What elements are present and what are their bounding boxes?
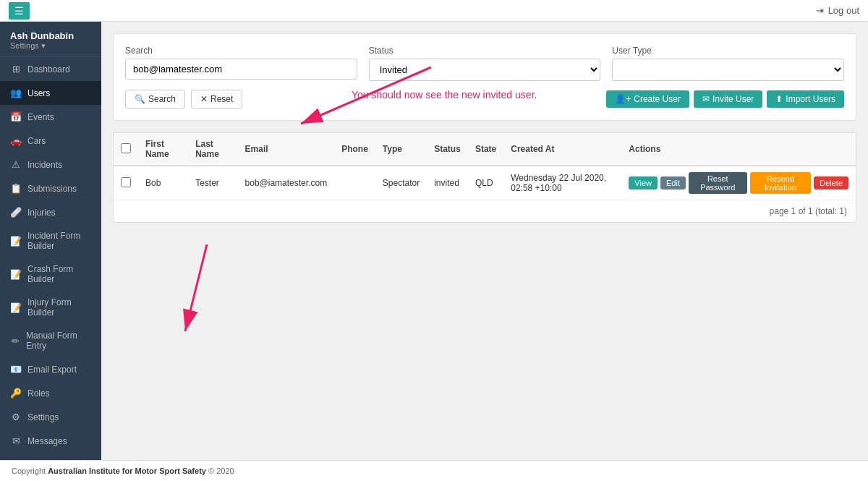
manual-form-entry-icon: ✏: [10, 336, 20, 346]
table-row: BobTesterbob@iamatester.comSpectatorinvi…: [114, 166, 856, 200]
sidebar-label-dashboard: Dashboard: [27, 64, 70, 75]
email-export-icon: 📧: [10, 364, 22, 375]
cell-0: [114, 166, 138, 200]
sidebar-item-settings[interactable]: ⚙Settings: [0, 405, 101, 429]
import-users-button[interactable]: ⬆ Import Users: [767, 90, 844, 108]
cell-5: Spectator: [375, 166, 427, 200]
logout-label[interactable]: Log out: [828, 5, 859, 16]
table-panel: First NameLast NameEmailPhoneTypeStatusS…: [113, 132, 856, 223]
search-btn-icon: 🔍: [135, 94, 145, 104]
import-users-label: Import Users: [786, 94, 835, 104]
sidebar-label-messages: Messages: [27, 436, 67, 446]
sidebar-item-crash-form-builder[interactable]: 📝Crash Form Builder: [0, 257, 101, 291]
messages-icon: ✉: [10, 435, 22, 446]
sidebar-item-dashboard[interactable]: ⊞Dashboard: [0, 57, 101, 81]
sidebar-item-manual-form-entry[interactable]: ✏Manual Form Entry: [0, 324, 101, 357]
col-state: State: [468, 133, 503, 166]
roles-icon: 🔑: [10, 388, 22, 399]
hamburger-button[interactable]: ☰: [9, 2, 30, 20]
sidebar-label-injuries: Injuries: [27, 208, 56, 218]
col-created-at: Created At: [503, 133, 621, 166]
footer: Copyright Australian Institute for Motor…: [0, 460, 868, 481]
search-button[interactable]: 🔍 Search: [125, 90, 185, 108]
cell-2: Tester: [188, 166, 237, 200]
import-users-icon: ⬆: [775, 94, 783, 104]
col-last-name: Last Name: [188, 133, 237, 166]
cell-3: bob@iamatester.com: [238, 166, 335, 200]
sidebar-item-incidents[interactable]: ⚠Incidents: [0, 153, 101, 176]
user-type-select[interactable]: [612, 59, 844, 81]
table-body: BobTesterbob@iamatester.comSpectatorinvi…: [114, 166, 856, 200]
col-phone: Phone: [334, 133, 375, 166]
select-all-checkbox[interactable]: [121, 143, 131, 153]
view-button[interactable]: View: [629, 176, 658, 190]
sidebar-label-email-export: Email Export: [27, 365, 77, 375]
cell-4: [334, 166, 375, 200]
col-actions: Actions: [621, 133, 856, 166]
delete-button[interactable]: Delete: [814, 176, 848, 190]
search-field: Search: [125, 46, 357, 81]
user-type-field: User Type: [612, 46, 844, 81]
sidebar-label-users: Users: [27, 88, 50, 98]
users-icon: 👥: [10, 88, 22, 98]
sidebar-item-messages[interactable]: ✉Messages: [0, 429, 101, 453]
action-row: 🔍 Search ✕ Reset 👤+ Create User: [125, 90, 844, 108]
dashboard-icon: ⊞: [10, 64, 22, 75]
cell-6: invited: [427, 166, 468, 200]
action-left: 🔍 Search ✕ Reset: [125, 90, 242, 108]
sidebar-label-injury-form-builder: Injury Form Builder: [27, 297, 91, 318]
cell-8: Wednesday 22 Jul 2020, 02:58 +10:00: [503, 166, 621, 200]
create-user-label: Create User: [634, 94, 681, 104]
injuries-icon: 🩹: [10, 207, 22, 218]
reset-password-button[interactable]: Reset Password: [689, 172, 747, 194]
sidebar-settings-link[interactable]: Settings ▾: [10, 41, 91, 51]
sidebar-item-incident-form-builder[interactable]: 📝Incident Form Builder: [0, 224, 101, 257]
resend-invitation-button[interactable]: Resend Invitation: [750, 172, 812, 194]
sidebar-item-roles[interactable]: 🔑Roles: [0, 381, 101, 405]
sidebar-item-events[interactable]: 📅Events: [0, 105, 101, 129]
pagination: page 1 of 1 (total: 1): [114, 200, 856, 222]
events-icon: 📅: [10, 111, 22, 122]
sidebar-item-cars[interactable]: 🚗Cars: [0, 129, 101, 153]
search-btn-label: Search: [148, 94, 176, 104]
status-field: Status InvitedActiveInactive: [369, 46, 601, 81]
bottom-annotation-arrow: [113, 237, 330, 353]
logout-area[interactable]: ⇥ Log out: [816, 5, 859, 16]
table-header: First NameLast NameEmailPhoneTypeStatusS…: [114, 133, 856, 166]
col-status: Status: [427, 133, 468, 166]
search-row: Search Status InvitedActiveInactive User…: [125, 46, 844, 81]
sidebar-item-email-export[interactable]: 📧Email Export: [0, 357, 101, 381]
sidebar-label-settings: Settings: [27, 412, 59, 422]
edit-button[interactable]: Edit: [660, 176, 686, 190]
sidebar-item-users[interactable]: 👥Users: [0, 81, 101, 105]
invite-user-icon: ✉: [702, 94, 710, 104]
users-table: First NameLast NameEmailPhoneTypeStatusS…: [114, 133, 856, 200]
sidebar-item-submissions[interactable]: 📋Submissions: [0, 176, 101, 200]
submissions-icon: 📋: [10, 183, 22, 194]
sidebar-username: Ash Dunbabin: [10, 30, 91, 41]
search-input[interactable]: [125, 59, 357, 80]
sidebar-item-injury-form-builder[interactable]: 📝Injury Form Builder: [0, 291, 101, 324]
sidebar-label-submissions: Submissions: [27, 184, 77, 194]
reset-btn-label: Reset: [210, 94, 233, 104]
sidebar-label-incident-form-builder: Incident Form Builder: [27, 231, 91, 251]
reset-button[interactable]: ✕ Reset: [191, 90, 242, 108]
col-email: Email: [238, 133, 335, 166]
search-panel: Search Status InvitedActiveInactive User…: [113, 33, 856, 121]
top-bar-left: ☰: [9, 2, 30, 20]
main-content: Search Status InvitedActiveInactive User…: [101, 22, 868, 460]
row-checkbox[interactable]: [121, 177, 131, 187]
sidebar-item-injuries[interactable]: 🩹Injuries: [0, 200, 101, 224]
invite-user-label: Invite User: [712, 94, 754, 104]
user-type-label: User Type: [612, 46, 844, 56]
invite-user-button[interactable]: ✉ Invite User: [694, 90, 762, 108]
create-user-button[interactable]: 👤+ Create User: [606, 90, 689, 108]
col-type: Type: [375, 133, 427, 166]
create-user-icon: 👤+: [615, 94, 631, 104]
cars-icon: 🚗: [10, 135, 22, 146]
footer-year: © 2020: [206, 467, 234, 475]
status-select[interactable]: InvitedActiveInactive: [369, 59, 601, 81]
sidebar-label-incidents: Incidents: [27, 160, 62, 170]
cell-7: QLD: [468, 166, 503, 200]
sidebar-label-events: Events: [27, 112, 54, 122]
